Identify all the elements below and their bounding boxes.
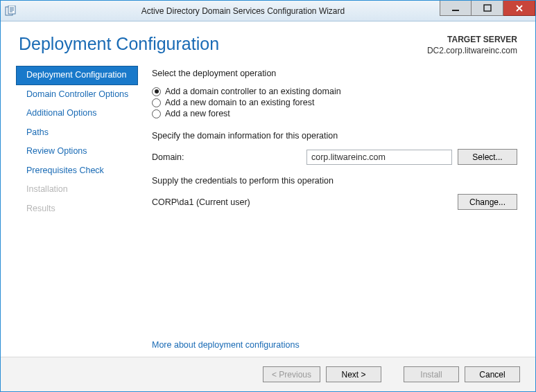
domain-field-label: Domain: — [152, 152, 301, 162]
svg-rect-1 — [8, 6, 15, 14]
nav-item-3[interactable]: Paths — [16, 123, 138, 143]
svg-rect-2 — [452, 10, 459, 11]
next-button[interactable]: Next > — [326, 366, 381, 382]
maximize-button[interactable] — [472, 1, 503, 16]
nav-item-7: Results — [16, 199, 138, 219]
radio-label: Add a domain controller to an existing d… — [165, 87, 341, 96]
nav-item-0[interactable]: Deployment Configuration — [16, 66, 138, 85]
nav-item-2[interactable]: Additional Options — [16, 104, 138, 123]
main-panel: Select the deployment operation Add a do… — [139, 63, 517, 357]
close-button[interactable] — [503, 1, 535, 16]
minimize-button[interactable] — [440, 1, 472, 16]
target-server-block: TARGET SERVER DC2.corp.litwareinc.com — [427, 34, 517, 56]
more-info-link[interactable]: More about deployment configurations — [152, 340, 517, 350]
operation-radio-group: Add a domain controller to an existing d… — [152, 85, 517, 120]
wizard-nav: Deployment ConfigurationDomain Controlle… — [1, 63, 139, 357]
target-server-label: TARGET SERVER — [427, 34, 517, 45]
install-button[interactable]: Install — [404, 366, 459, 382]
svg-rect-3 — [484, 5, 491, 11]
radio-label: Add a new forest — [165, 109, 230, 118]
operation-radio-1[interactable]: Add a new domain to an existing forest — [152, 98, 517, 107]
change-credentials-button[interactable]: Change... — [458, 194, 517, 210]
credentials-row: CORP\da1 (Current user) Change... — [152, 194, 517, 210]
title-bar: Active Directory Domain Services Configu… — [1, 1, 535, 21]
nav-item-6: Installation — [16, 180, 138, 199]
domain-section-label: Specify the domain information for this … — [152, 131, 517, 141]
target-server-value: DC2.corp.litwareinc.com — [427, 45, 517, 56]
system-icon — [1, 6, 20, 17]
client-area: Deployment Configuration TARGET SERVER D… — [1, 21, 535, 391]
nav-item-1[interactable]: Domain Controller Options — [16, 85, 138, 105]
page-title: Deployment Configuration — [19, 34, 427, 54]
operation-radio-0[interactable]: Add a domain controller to an existing d… — [152, 87, 517, 96]
credentials-value: CORP\da1 (Current user) — [152, 197, 458, 207]
operation-radio-2[interactable]: Add a new forest — [152, 109, 517, 118]
previous-button[interactable]: < Previous — [263, 366, 320, 382]
footer: < Previous Next > Install Cancel — [1, 357, 535, 391]
radio-label: Add a new domain to an existing forest — [165, 98, 314, 107]
domain-row: Domain: Select... — [152, 149, 517, 165]
radio-indicator-icon — [152, 109, 161, 118]
wizard-window: Active Directory Domain Services Configu… — [0, 0, 536, 392]
header-row: Deployment Configuration TARGET SERVER D… — [1, 21, 535, 63]
radio-indicator-icon — [152, 98, 161, 107]
operation-label: Select the deployment operation — [152, 69, 517, 78]
cancel-button[interactable]: Cancel — [465, 366, 520, 382]
nav-item-5[interactable]: Prerequisites Check — [16, 161, 138, 181]
domain-input[interactable] — [306, 150, 452, 165]
body-row: Deployment ConfigurationDomain Controlle… — [1, 63, 535, 357]
radio-indicator-icon — [152, 87, 161, 96]
select-domain-button[interactable]: Select... — [458, 149, 517, 165]
credentials-section-label: Supply the credentials to perform this o… — [152, 176, 517, 186]
window-controls — [440, 1, 535, 16]
nav-item-4[interactable]: Review Options — [16, 142, 138, 161]
